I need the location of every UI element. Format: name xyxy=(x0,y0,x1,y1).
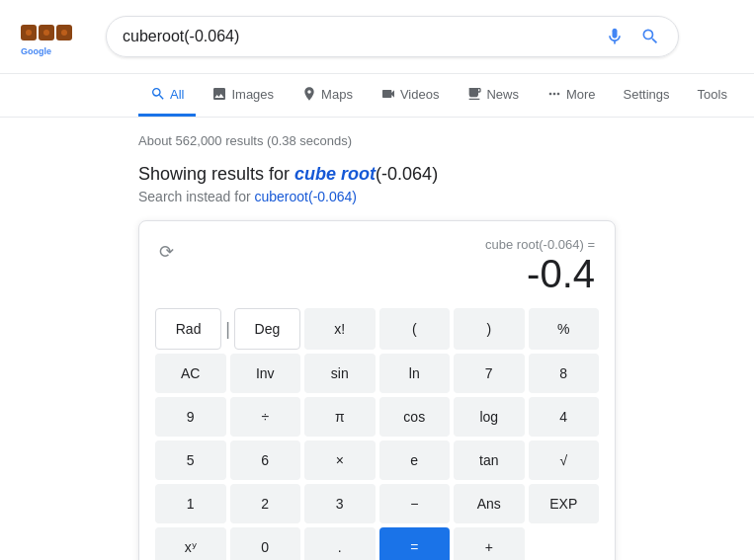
calc-btn-8[interactable]: 8 xyxy=(529,354,600,393)
calc-btn-2[interactable]: 2 xyxy=(230,484,301,523)
spell-check: Showing results for cube root(-0.064) Se… xyxy=(138,164,616,204)
showing-results-text: Showing results for cube root(-0.064) xyxy=(138,164,616,185)
calc-btn-0[interactable]: 0 xyxy=(230,527,301,560)
calc-btn-decimal[interactable]: . xyxy=(304,527,376,560)
calc-btn-7[interactable]: 7 xyxy=(454,354,525,393)
svg-point-4 xyxy=(43,30,49,36)
nav-item-videos[interactable]: Videos xyxy=(369,74,452,117)
results-area: About 562,000 results (0.38 seconds) Sho… xyxy=(0,118,754,560)
search-bar[interactable] xyxy=(106,16,679,57)
calc-btn-6[interactable]: 6 xyxy=(230,440,301,480)
nav-item-maps[interactable]: Maps xyxy=(290,74,365,117)
nav-label-tools: Tools xyxy=(698,87,727,102)
nav-item-all[interactable]: All xyxy=(138,74,196,117)
calc-btn-close-paren[interactable]: ) xyxy=(454,308,525,350)
search-instead: Search instead for cuberoot(-0.064) xyxy=(138,189,616,204)
calc-btn-equals[interactable]: = xyxy=(379,527,451,560)
svg-point-3 xyxy=(26,30,32,36)
calc-history-icon[interactable]: ⟳ xyxy=(159,237,174,263)
calc-btn-1[interactable]: 1 xyxy=(155,484,226,523)
calc-btn-ac[interactable]: AC xyxy=(155,354,226,393)
calc-btn-exp[interactable]: EXP xyxy=(529,484,600,523)
calc-value: -0.4 xyxy=(485,252,595,296)
calc-btn-percent[interactable]: % xyxy=(529,308,600,350)
nav-label-more: More xyxy=(566,87,596,102)
calc-btn-multiply[interactable]: × xyxy=(304,440,376,480)
calc-btn-rad[interactable]: Rad xyxy=(155,308,221,350)
calc-btn-open-paren[interactable]: ( xyxy=(379,308,451,350)
calc-btn-cos[interactable]: cos xyxy=(379,397,451,437)
calc-btn-factorial[interactable]: x! xyxy=(304,308,376,350)
showing-suffix: (-0.064) xyxy=(376,164,438,184)
calculator-widget: ⟳ cube root(-0.064) = -0.4 Rad | Deg x! … xyxy=(138,220,616,560)
calc-btn-sin[interactable]: sin xyxy=(304,354,376,393)
search-input[interactable] xyxy=(123,28,595,45)
results-count: About 562,000 results (0.38 seconds) xyxy=(138,133,616,148)
calc-display: ⟳ cube root(-0.064) = -0.4 xyxy=(155,237,599,296)
calc-btn-3[interactable]: 3 xyxy=(304,484,376,523)
calc-btn-tan[interactable]: tan xyxy=(454,440,525,480)
search-icons xyxy=(603,25,662,48)
nav-label-maps: Maps xyxy=(321,87,353,102)
calc-expression: cube root(-0.064) = xyxy=(485,237,595,252)
calc-btn-4[interactable]: 4 xyxy=(529,397,600,437)
nav-label-settings: Settings xyxy=(624,87,670,102)
calc-btn-ans[interactable]: Ans xyxy=(454,484,525,523)
svg-point-5 xyxy=(61,30,67,36)
nav-item-more[interactable]: More xyxy=(535,74,608,117)
nav-label-news: News xyxy=(486,87,519,102)
calc-btn-add[interactable]: + xyxy=(454,527,525,560)
showing-prefix: Showing results for xyxy=(138,164,294,184)
calc-buttons-grid: Rad | Deg x! ( ) % AC Inv sin ln 7 8 9 ÷… xyxy=(155,308,599,560)
nav-item-settings[interactable]: Settings xyxy=(612,75,682,117)
logo: Google xyxy=(16,12,90,61)
calc-btn-5[interactable]: 5 xyxy=(155,440,226,480)
nav-label-images: Images xyxy=(231,87,274,102)
calc-btn-9[interactable]: 9 xyxy=(155,397,226,437)
calc-btn-inv[interactable]: Inv xyxy=(230,354,301,393)
separator: | xyxy=(225,319,230,340)
nav-label-all: All xyxy=(170,87,184,102)
mic-icon[interactable] xyxy=(603,25,627,48)
google-logo-svg: Google xyxy=(16,15,90,59)
search-submit-icon[interactable] xyxy=(638,25,662,48)
nav: All Images Maps Videos News More Setting… xyxy=(0,74,754,118)
calc-btn-e[interactable]: e xyxy=(379,440,451,480)
nav-item-tools[interactable]: Tools xyxy=(686,75,739,117)
calc-btn-deg[interactable]: Deg xyxy=(234,308,300,350)
calc-result-area: cube root(-0.064) = -0.4 xyxy=(485,237,595,296)
header: Google xyxy=(0,0,754,74)
calc-btn-pi[interactable]: π xyxy=(304,397,376,437)
calc-btn-subtract[interactable]: − xyxy=(379,484,451,523)
calc-btn-ln[interactable]: ln xyxy=(379,354,451,393)
calc-btn-divide[interactable]: ÷ xyxy=(230,397,301,437)
search-instead-link[interactable]: cuberoot(-0.064) xyxy=(255,189,358,204)
rad-deg-group: Rad | Deg xyxy=(155,308,300,350)
nav-right: Settings Tools xyxy=(612,75,739,117)
svg-text:Google: Google xyxy=(21,46,51,56)
nav-label-videos: Videos xyxy=(400,87,440,102)
nav-item-images[interactable]: Images xyxy=(200,74,286,117)
calc-btn-sqrt[interactable]: √ xyxy=(529,440,600,480)
calc-btn-log[interactable]: log xyxy=(454,397,525,437)
search-instead-prefix: Search instead for xyxy=(138,189,255,204)
calc-btn-power[interactable]: xʸ xyxy=(155,527,226,560)
nav-item-news[interactable]: News xyxy=(455,74,531,117)
showing-bold: cube root xyxy=(294,164,376,184)
